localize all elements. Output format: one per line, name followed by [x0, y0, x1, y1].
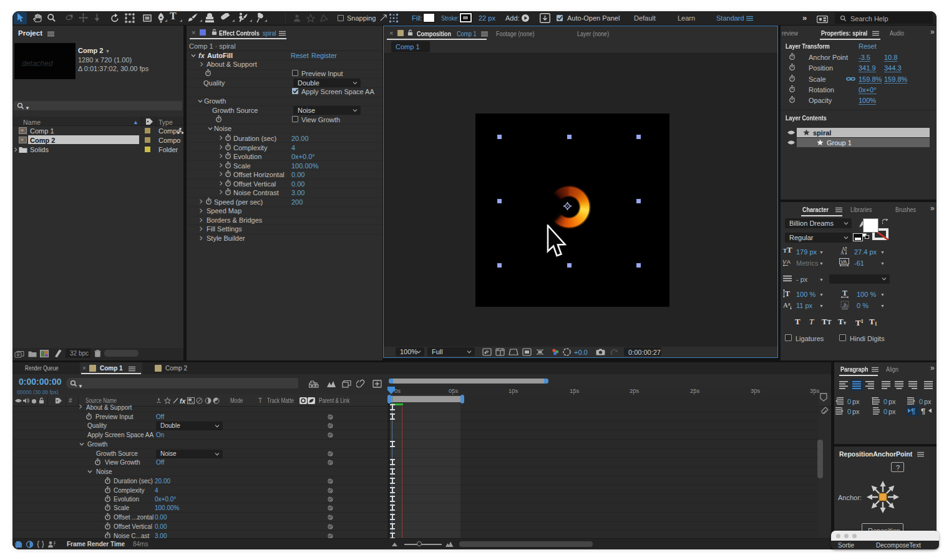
svg-text:T: T [842, 289, 847, 297]
svg-text:a: a [788, 301, 791, 307]
svg-text:¶: ¶ [921, 407, 925, 415]
svg-text:A: A [840, 250, 844, 255]
svg-text:T: T [785, 289, 790, 298]
svg-text:A: A [783, 301, 788, 309]
svg-text:¶: ¶ [911, 407, 915, 415]
svg-text:V: V [782, 259, 787, 265]
svg-text:A: A [787, 259, 791, 265]
svg-text:VA: VA [840, 259, 847, 264]
svg-text:あ: あ [842, 302, 848, 308]
